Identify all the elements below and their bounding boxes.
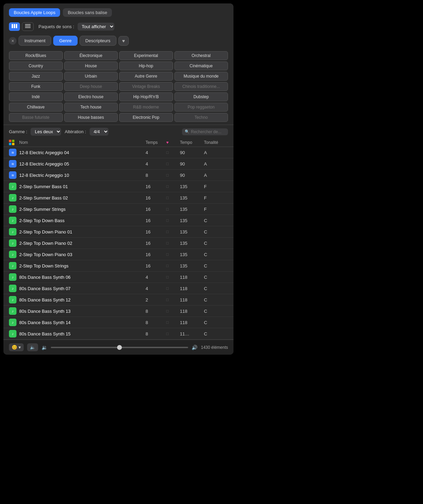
row-heart-checkbox[interactable]: □ (166, 320, 180, 325)
speaker-mute-button[interactable]: 🔈 (27, 343, 38, 351)
table-row[interactable]: ♪ 80s Dance Bass Synth 15 8 □ 11… C (3, 328, 233, 340)
genre-tag[interactable]: Chillwave (9, 103, 63, 112)
table-row[interactable]: ≋ 12-8 Electric Arpeggio 05 4 □ 90 A (3, 158, 233, 170)
table-row[interactable]: ♪ 80s Dance Bass Synth 06 4 □ 118 C (3, 272, 233, 283)
search-box[interactable]: 🔍 (182, 128, 228, 135)
genre-tag[interactable]: Funk (9, 82, 63, 91)
genre-tag[interactable]: Hip-hop (119, 61, 173, 70)
row-heart-checkbox[interactable]: □ (166, 252, 180, 257)
row-key: C (204, 252, 228, 257)
genre-tag[interactable]: Hip Hop/R'n'B (119, 92, 173, 101)
genre-tag[interactable]: Vintage Breaks (119, 82, 173, 91)
genre-tag[interactable]: Musique du monde (174, 72, 228, 81)
genre-tag[interactable]: Chinois traditionne... (174, 82, 228, 91)
genre-tag[interactable]: Cinématique (174, 61, 228, 70)
search-input[interactable] (191, 129, 225, 134)
row-key: C (204, 309, 228, 314)
table-row[interactable]: ♪ 2-Step Top Down Piano 02 16 □ 135 C (3, 238, 233, 249)
svg-rect-7 (14, 27, 15, 28)
table-row[interactable]: ♪ 2-Step Top Down Bass 16 □ 135 C (3, 215, 233, 226)
tab-apple-loops[interactable]: Boucles Apple Loops (9, 8, 60, 17)
row-heart-checkbox[interactable]: □ (166, 218, 180, 223)
table-row[interactable]: ♪ 2-Step Summer Bass 02 16 □ 135 F (3, 192, 233, 204)
waveform-icon: ≋ (11, 162, 14, 166)
row-heart-checkbox[interactable]: □ (166, 286, 180, 291)
table-row[interactable]: ♪ 80s Dance Bass Synth 12 2 □ 118 C (3, 294, 233, 306)
genre-tag[interactable]: R&B moderne (119, 103, 173, 112)
table-row[interactable]: ♪ 2-Step Top Down Piano 01 16 □ 135 C (3, 226, 233, 238)
row-heart-checkbox[interactable]: □ (166, 331, 180, 336)
row-heart-checkbox[interactable]: □ (166, 184, 180, 189)
row-tempo: 135 (180, 229, 204, 234)
row-key: C (204, 241, 228, 246)
table-row[interactable]: ≋ 12-8 Electric Arpeggio 04 4 □ 90 A (3, 147, 233, 158)
alteration-select[interactable]: 4/4 (90, 128, 108, 136)
row-heart-checkbox[interactable]: □ (166, 195, 180, 200)
genre-tag[interactable]: Autre Genre (119, 72, 173, 81)
genre-tag[interactable]: Dubstep (174, 92, 228, 101)
genre-tag[interactable]: Orchestral (174, 51, 228, 60)
options-row: Gamme : Les deux Altération : 4/4 🔍 (3, 125, 233, 138)
music-note-icon: ♪ (12, 264, 14, 268)
genre-tag[interactable]: Techno (174, 113, 228, 122)
genre-tag[interactable]: Country (9, 61, 63, 70)
sound-packs-select[interactable]: Tout afficher (78, 23, 114, 31)
genre-tag[interactable]: Tech house (64, 103, 118, 112)
grid-view-button[interactable] (9, 22, 20, 31)
genre-tag[interactable]: House (64, 61, 118, 70)
row-heart-checkbox[interactable]: □ (166, 150, 180, 155)
genre-tag[interactable]: Deep house (64, 82, 118, 91)
row-heart-checkbox[interactable]: □ (166, 241, 180, 245)
genre-tag[interactable]: Electronic Pop (119, 113, 173, 122)
table-row[interactable]: ♪ 80s Dance Bass Synth 13 8 □ 118 C (3, 306, 233, 317)
table-row[interactable]: ♪ 2-Step Summer Strings 16 □ 135 F (3, 204, 233, 215)
genre-tag[interactable]: Electro house (64, 92, 118, 101)
favorites-button[interactable]: ♥ (118, 36, 129, 46)
row-heart-checkbox[interactable]: □ (166, 173, 180, 177)
scale-select[interactable]: Les deux (31, 128, 61, 136)
genre-tag[interactable]: Indé (9, 92, 63, 101)
col-beats-header: Temps (146, 140, 166, 145)
table-row[interactable]: ♪ 2-Step Summer Bass 01 16 □ 135 F (3, 181, 233, 192)
instrument-filter-button[interactable]: Instrument (19, 36, 51, 46)
row-tempo: 135 (180, 218, 204, 223)
row-name: 2-Step Top Down Piano 03 (19, 252, 146, 257)
list-view-button[interactable] (22, 22, 34, 31)
volume-high-icon: 🔊 (192, 345, 197, 350)
svg-rect-6 (12, 27, 13, 28)
emoji-button[interactable]: 😊 ▾ (9, 343, 24, 351)
descripteurs-filter-button[interactable]: Descripteurs (80, 36, 116, 46)
row-key: A (204, 173, 228, 178)
row-heart-checkbox[interactable]: □ (166, 229, 180, 234)
row-type-icon: ♪ (9, 194, 16, 202)
clear-filter-button[interactable]: × (9, 37, 16, 45)
genre-tag[interactable]: House basses (64, 113, 118, 122)
waveform-icon: ≋ (11, 173, 14, 177)
filter-row: × Instrument Genre Descripteurs ♥ (3, 33, 233, 48)
row-heart-checkbox[interactable]: □ (166, 309, 180, 313)
table-row[interactable]: ≋ 12-8 Electric Arpeggio 10 8 □ 90 A (3, 170, 233, 181)
table-row[interactable]: ♪ 2-Step Top Down Strings 16 □ 135 C (3, 260, 233, 272)
volume-knob[interactable] (117, 345, 122, 350)
genre-filter-button[interactable]: Genre (53, 36, 77, 46)
genre-tag[interactable]: Urbain (64, 72, 118, 81)
volume-slider[interactable] (51, 347, 188, 348)
table-row[interactable]: ♪ 2-Step Top Down Piano 03 16 □ 135 C (3, 249, 233, 260)
table-row[interactable]: ♪ 80s Dance Bass Synth 14 8 □ 118 C (3, 317, 233, 328)
genre-tag[interactable]: Jazz (9, 72, 63, 81)
genre-tag[interactable]: Rock/Blues (9, 51, 63, 60)
row-name: 2-Step Summer Bass 02 (19, 195, 146, 201)
row-heart-checkbox[interactable]: □ (166, 297, 180, 302)
tab-sans-balise[interactable]: Boucles sans balise (63, 8, 112, 17)
genre-tag[interactable]: Électronique (64, 51, 118, 60)
row-key: A (204, 150, 228, 155)
row-heart-checkbox[interactable]: □ (166, 207, 180, 211)
row-heart-checkbox[interactable]: □ (166, 263, 180, 268)
genre-tag[interactable]: Pop reggaeton (174, 103, 228, 112)
row-heart-checkbox[interactable]: □ (166, 275, 180, 279)
row-heart-checkbox[interactable]: □ (166, 161, 180, 166)
genre-tag[interactable]: Experimental (119, 51, 173, 60)
genre-tag[interactable]: Basse futuriste (9, 113, 63, 122)
col-icon-header (9, 140, 19, 145)
table-row[interactable]: ♪ 80s Dance Bass Synth 07 4 □ 118 C (3, 283, 233, 294)
